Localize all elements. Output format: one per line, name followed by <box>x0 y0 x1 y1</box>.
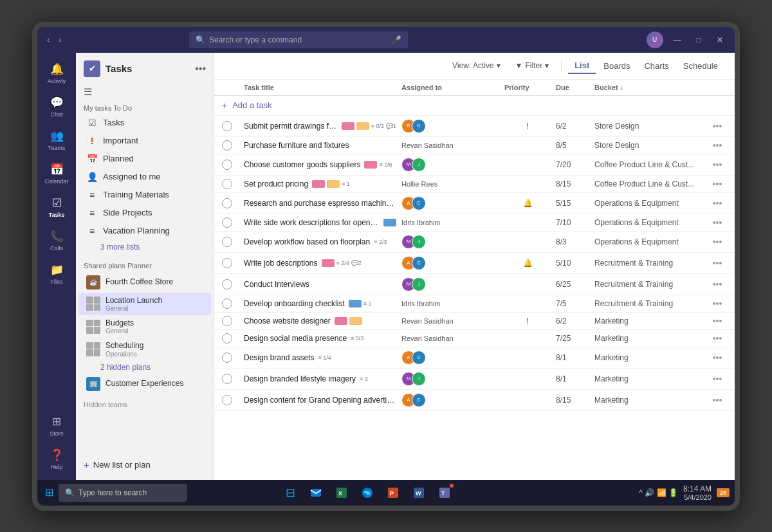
task-checkbox[interactable] <box>222 217 232 228</box>
task-badges: ≡ 1 <box>312 180 350 188</box>
add-task-row[interactable]: + Add a task <box>214 96 735 116</box>
sidebar-item-assigned[interactable]: 👤 Assigned to me <box>78 168 211 186</box>
sidebar-item-side-projects[interactable]: ≡ Side Projects <box>78 204 211 222</box>
nav-item-help[interactable]: ❓ Help <box>41 444 72 475</box>
task-checkbox[interactable] <box>222 374 232 384</box>
search-bar[interactable]: 🔍 Search or type a command 🎤 <box>189 32 408 48</box>
taskbar-app-teams[interactable]: T <box>433 481 456 504</box>
task-badges: ≡ 1 <box>349 300 372 307</box>
task-more-button[interactable]: ••• <box>708 160 727 170</box>
mini-avatar: J <box>412 372 426 386</box>
task-checkbox[interactable] <box>222 198 232 208</box>
sidebar-item-planned[interactable]: 📅 Planned <box>78 150 211 168</box>
task-row[interactable]: Conduct InterviewsMJ6/25Recruitment & Tr… <box>214 274 735 295</box>
task-row[interactable]: Set product pricing≡ 1Hollie Rees8/15Cof… <box>214 176 735 193</box>
task-checkbox[interactable] <box>222 160 232 170</box>
task-checkbox[interactable] <box>222 333 232 344</box>
plan-item-scheduling[interactable]: Scheduling Operations <box>78 338 211 360</box>
task-row[interactable]: Design content for Grand Opening adverti… <box>214 390 735 411</box>
plan-item-budgets[interactable]: Budgets General <box>78 315 211 338</box>
task-row[interactable]: Design brand assets≡ 1/4AC8/1Marketing••… <box>214 347 735 369</box>
task-row[interactable]: Research and purchase espresso machine, … <box>214 193 735 214</box>
sidebar-item-tasks[interactable]: ☑ Tasks <box>78 114 211 132</box>
close-button[interactable]: ✕ <box>712 34 728 46</box>
task-more-button[interactable]: ••• <box>708 279 727 289</box>
taskbar-app-taskview[interactable]: ⊟ <box>279 481 302 504</box>
taskbar-app-edge[interactable] <box>356 481 379 504</box>
task-row[interactable]: Choose customer goods suppliers≡ 2/6MJ7/… <box>214 154 735 176</box>
nav-item-files[interactable]: 📁 Files <box>41 259 72 289</box>
task-row[interactable]: Develop onboarding checklist≡ 1Idris Ibr… <box>214 295 735 313</box>
sidebar-more-button[interactable]: ••• <box>195 63 206 75</box>
task-checkbox[interactable] <box>222 298 232 309</box>
maximize-button[interactable]: □ <box>692 34 706 46</box>
task-more-button[interactable]: ••• <box>708 316 727 326</box>
task-row[interactable]: Submit permit drawings for approval≡ 0/2… <box>214 116 735 137</box>
task-checkbox[interactable] <box>222 279 232 289</box>
taskbar-app-powerpoint[interactable]: P <box>381 481 405 504</box>
task-more-button[interactable]: ••• <box>708 353 727 363</box>
sidebar-item-training[interactable]: ≡ Training Materials <box>78 186 211 204</box>
tab-list[interactable]: List <box>568 58 596 74</box>
task-row[interactable]: Write job descriptions≡ 2/4💬2AC🔔5/10Recr… <box>214 253 735 274</box>
task-more-button[interactable]: ••• <box>708 217 727 228</box>
back-button[interactable]: ‹ <box>44 33 53 46</box>
taskbar-search-input[interactable]: 🔍 Type here to search <box>59 484 187 502</box>
view-button[interactable]: View: Active ▾ <box>447 59 505 73</box>
task-checkbox[interactable] <box>222 140 232 151</box>
tab-boards[interactable]: Boards <box>597 59 636 73</box>
sidebar-item-vacation[interactable]: ≡ Vacation Planning <box>78 222 211 240</box>
nav-item-store[interactable]: ⊞ Store <box>41 410 72 441</box>
tab-charts[interactable]: Charts <box>638 59 675 73</box>
task-more-button[interactable]: ••• <box>708 198 727 208</box>
minimize-button[interactable]: — <box>668 34 686 46</box>
plan-item-fourth-coffee[interactable]: ☕ Fourth Coffee Store <box>78 272 211 293</box>
task-name: Develop workflow based on floorplan <box>244 237 370 246</box>
task-row[interactable]: Develop workflow based on floorplan≡ 2/3… <box>214 232 735 253</box>
task-row[interactable]: Write side work descriptions for opening… <box>214 214 735 232</box>
nav-item-calendar[interactable]: 📅 Calendar <box>41 158 72 189</box>
new-list-button[interactable]: + New list or plan <box>84 456 206 473</box>
nav-item-chat[interactable]: 💬 Chat <box>41 91 72 122</box>
task-checkbox[interactable] <box>222 258 232 268</box>
task-more-button[interactable]: ••• <box>708 140 727 151</box>
windows-logo[interactable]: ⊞ <box>42 484 56 501</box>
hamburger-button[interactable]: ☰ <box>76 81 214 100</box>
task-checkbox[interactable] <box>222 316 232 326</box>
task-row[interactable]: Choose website designerRevan Sasidhan!6/… <box>214 313 735 330</box>
task-checkbox[interactable] <box>222 121 232 131</box>
filter-button[interactable]: ▼ Filter ▾ <box>510 58 555 73</box>
taskbar-app-word[interactable]: W <box>407 481 430 504</box>
plan-item-customer-exp[interactable]: 🏢 Customer Experiences <box>78 374 211 394</box>
task-checkbox[interactable] <box>222 395 232 405</box>
task-more-button[interactable]: ••• <box>708 395 727 405</box>
nav-item-tasks[interactable]: ☑ Tasks <box>41 192 72 223</box>
task-more-button[interactable]: ••• <box>708 298 727 309</box>
task-more-button[interactable]: ••• <box>708 374 727 384</box>
task-row[interactable]: Purchase furniture and fixturesRevan Sas… <box>214 137 735 154</box>
forward-button[interactable]: › <box>55 33 64 46</box>
nav-item-activity[interactable]: 🔔 Activity <box>41 58 72 89</box>
task-more-button[interactable]: ••• <box>708 237 727 247</box>
nav-item-teams[interactable]: 👥 Teams <box>41 125 72 156</box>
nav-item-calls[interactable]: 📞 Calls <box>41 225 72 256</box>
task-more-button[interactable]: ••• <box>708 258 727 268</box>
task-more-button[interactable]: ••• <box>708 333 727 344</box>
hidden-plans-link[interactable]: 2 hidden plans <box>76 361 214 374</box>
taskbar-app-excel[interactable]: X <box>330 481 353 504</box>
task-checkbox[interactable] <box>222 353 232 363</box>
task-more-button[interactable]: ••• <box>708 121 727 131</box>
task-row[interactable]: Design branded lifestyle imagery≡ 0MJ8/1… <box>214 369 735 390</box>
task-row[interactable]: Design social media presence≡ 0/3Revan S… <box>214 330 735 347</box>
user-avatar[interactable]: U <box>647 32 663 48</box>
task-checkbox[interactable] <box>222 237 232 247</box>
sidebar-item-important[interactable]: ! Important <box>78 132 211 150</box>
task-more-button[interactable]: ••• <box>708 179 727 189</box>
plan-item-location-launch[interactable]: Location Launch General <box>78 293 211 315</box>
taskbar: ⊞ 🔍 Type here to search ⊟ X P W <box>37 480 735 506</box>
col-check <box>222 84 241 91</box>
tab-schedule[interactable]: Schedule <box>677 59 724 73</box>
task-checkbox[interactable] <box>222 179 232 189</box>
taskbar-app-outlook[interactable] <box>304 481 327 504</box>
more-lists-link[interactable]: 3 more lists <box>76 240 214 255</box>
